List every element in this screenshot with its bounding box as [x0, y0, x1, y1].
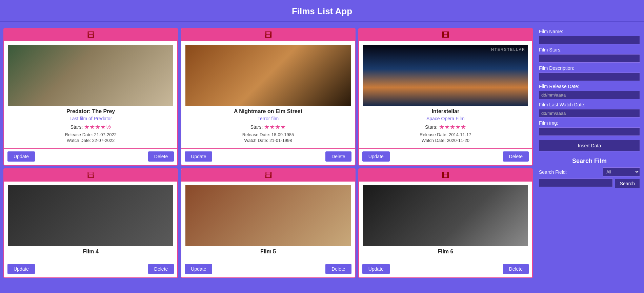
delete-button[interactable]: Delete — [503, 264, 529, 274]
card-actions: Update Delete — [181, 261, 355, 277]
film-reel-icon: 🎞 — [442, 31, 449, 40]
film-card: 🎞 Film 6 Update Delete — [358, 168, 533, 278]
stars-icons: ★★★★★ — [439, 123, 466, 131]
film-description: Space Opera Film — [426, 116, 465, 121]
search-title: Search Film — [539, 158, 640, 165]
card-img-inner — [363, 185, 528, 246]
film-title: Film 4 — [83, 249, 99, 255]
film-img-label: Film img: — [539, 120, 640, 126]
card-actions: Update Delete — [181, 148, 355, 165]
card-body: Film 4 — [4, 182, 177, 259]
release-date: Release Date: 18-09-1985 — [242, 132, 294, 137]
film-title: A Nightmare on Elm Street — [234, 108, 302, 114]
card-header: 🎞 — [4, 169, 177, 182]
film-card: 🎞 Film 4 Update Delete — [3, 168, 178, 278]
stars-icons: ★★★★ — [264, 123, 286, 131]
card-body: A Nightmare on Elm Street Terror film St… — [181, 41, 355, 146]
search-field-select[interactable]: AllNameStarsDescriptionRelease DateWatch… — [603, 167, 640, 176]
card-img-inner — [185, 45, 350, 106]
card-img-inner — [8, 45, 173, 106]
film-watch-input[interactable] — [539, 109, 640, 118]
delete-button[interactable]: Delete — [503, 151, 529, 162]
card-actions: Update Delete — [359, 148, 532, 165]
film-title: Film 6 — [438, 249, 453, 255]
film-reel-icon: 🎞 — [87, 171, 95, 180]
insert-data-button[interactable]: Insert Data — [539, 140, 640, 151]
search-input[interactable] — [539, 179, 613, 187]
delete-button[interactable]: Delete — [325, 151, 351, 162]
update-button[interactable]: Update — [185, 151, 212, 162]
film-image: INTERSTELLAR — [363, 45, 528, 106]
main-layout: 🎞 Predator: The Prey Last film of Predat… — [0, 22, 644, 281]
film-image — [8, 185, 173, 246]
film-image — [185, 45, 350, 106]
card-header: 🎞 — [359, 29, 532, 41]
search-field-row: Search Field: AllNameStarsDescriptionRel… — [539, 167, 640, 176]
film-release-label: Film Release Date: — [539, 84, 640, 89]
img-overlay-text: INTERSTELLAR — [489, 47, 525, 51]
watch-date: Watch Date: 21-01-1998 — [244, 138, 292, 143]
card-img-inner — [185, 185, 350, 246]
film-image — [8, 45, 173, 106]
update-button[interactable]: Update — [7, 151, 35, 162]
search-field-label: Search Field: — [539, 169, 567, 175]
card-body: INTERSTELLAR Interstellar Space Opera Fi… — [359, 41, 532, 146]
card-header: 🎞 — [181, 169, 355, 182]
card-body: Film 6 — [359, 182, 532, 259]
card-header: 🎞 — [4, 29, 177, 41]
card-img-inner — [8, 185, 173, 246]
stars-label: Stars: — [71, 124, 83, 130]
app-header: Films List App — [0, 0, 644, 22]
search-section: Search Film Search Field: AllNameStarsDe… — [539, 158, 640, 188]
film-img-input[interactable] — [539, 127, 640, 136]
release-date: Release Date: 21-07-2022 — [65, 132, 117, 137]
film-stars: Stars: ★★★★ — [250, 123, 286, 131]
watch-date: Watch Date: 2020-11-20 — [422, 138, 469, 143]
card-actions: Update Delete — [4, 148, 177, 165]
film-image — [363, 185, 528, 246]
sidebar: Film Name: Film Stars: Film Description:… — [536, 25, 644, 281]
film-name-input[interactable] — [539, 36, 640, 44]
card-actions: Update Delete — [4, 261, 177, 277]
film-watch-label: Film Last Watch Date: — [539, 102, 640, 107]
card-actions: Update Delete — [359, 261, 532, 277]
update-button[interactable]: Update — [7, 264, 35, 274]
search-button[interactable]: Search — [615, 179, 640, 188]
delete-button[interactable]: Delete — [148, 151, 174, 162]
film-desc-label: Film Description: — [539, 65, 640, 71]
film-card: 🎞 A Nightmare on Elm Street Terror film … — [181, 28, 355, 166]
film-description: Last film of Predator — [69, 116, 112, 121]
stars-icons: ★★★★½ — [84, 123, 111, 131]
film-reel-icon: 🎞 — [442, 171, 449, 180]
film-card: 🎞 Film 5 Update Delete — [181, 168, 355, 278]
update-button[interactable]: Update — [362, 151, 390, 162]
card-body: Predator: The Prey Last film of Predator… — [4, 41, 177, 146]
film-name-label: Film Name: — [539, 29, 640, 34]
film-title: Interstellar — [431, 108, 459, 114]
film-card: 🎞 INTERSTELLAR Interstellar Space Opera … — [358, 28, 533, 166]
film-title: Film 5 — [260, 249, 276, 255]
card-header: 🎞 — [359, 169, 532, 182]
release-date: Release Date: 2014-11-17 — [420, 132, 471, 137]
watch-date: Watch Date: 22-07-2022 — [67, 138, 115, 143]
film-stars-input[interactable] — [539, 54, 640, 63]
film-release-input[interactable] — [539, 91, 640, 99]
app-title: Films List App — [0, 6, 644, 17]
film-reel-icon: 🎞 — [264, 171, 272, 180]
card-img-inner: INTERSTELLAR — [363, 45, 528, 106]
film-stars-label: Film Stars: — [539, 47, 640, 53]
delete-button[interactable]: Delete — [148, 264, 174, 274]
film-reel-icon: 🎞 — [264, 31, 272, 40]
film-card: 🎞 Predator: The Prey Last film of Predat… — [3, 28, 178, 166]
film-stars: Stars: ★★★★½ — [71, 123, 111, 131]
film-stars: Stars: ★★★★★ — [425, 123, 466, 131]
film-reel-icon: 🎞 — [87, 31, 95, 40]
update-button[interactable]: Update — [185, 264, 212, 274]
film-desc-input[interactable] — [539, 72, 640, 81]
card-header: 🎞 — [181, 29, 355, 41]
card-body: Film 5 — [181, 182, 355, 259]
delete-button[interactable]: Delete — [325, 264, 351, 274]
film-image — [185, 185, 350, 246]
film-description: Terror film — [258, 116, 279, 121]
update-button[interactable]: Update — [362, 264, 390, 274]
